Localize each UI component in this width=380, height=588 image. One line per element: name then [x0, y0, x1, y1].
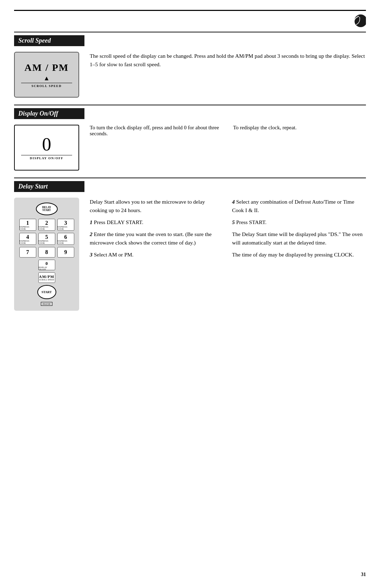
key-2: 2 EXPRESS COOK [38, 219, 55, 231]
display-onoff-header: Display On/Off [14, 108, 84, 119]
delay-start-header-row: Delay Start [14, 181, 366, 192]
corner-leaf-icon [348, 12, 366, 30]
scroll-speed-content: AM / PM ▲ SCROLL SPEED The scroll speed … [14, 46, 366, 105]
keypad-row-2: 4 EXPRESS COOK 5 EXPRESS COOK 6 EXPRESS … [18, 233, 75, 245]
delay-step-2: 2 Enter the time you want the oven to st… [90, 230, 224, 247]
display-onoff-text-right: To redisplay the clock, repeat. [233, 125, 366, 137]
keypad-row-5: AM/PM SCROLL SPEED [18, 272, 75, 283]
key-ampm: AM/PM SCROLL SPEED [38, 272, 55, 283]
key-4: 4 EXPRESS COOK [19, 233, 36, 245]
key-7: 7 [19, 247, 36, 258]
svg-point-0 [354, 14, 366, 27]
pause-label: PAUSE [41, 302, 52, 306]
delay-start-text-content: Delay Start allows you to set the microw… [90, 198, 366, 262]
key-8: 8 [38, 247, 55, 258]
ampm-sub-label: SCROLL SPEED [21, 83, 72, 88]
keypad-row-3: 7 8 9 [18, 247, 75, 258]
keypad-row-1: 1 EXPRESS COOK 2 EXPRESS COOK 3 EXPRESS … [18, 219, 75, 231]
display-onoff-text-cols: To turn the clock display off, press and… [90, 125, 366, 137]
delay-start-content: DELAYSTART 1 EXPRESS COOK 2 EXPRESS COOK… [14, 192, 366, 318]
key-start-round: START [37, 285, 56, 299]
scroll-speed-header: Scroll Speed [14, 35, 84, 46]
display-sub-label: DISPLAY ON/OFF [21, 155, 72, 160]
delay-start-header: Delay Start [14, 181, 84, 192]
delay-step-1: 1 Press DELAY START. [90, 218, 224, 227]
ampm-arrow: ▲ [44, 75, 50, 82]
zero-button-display: 0 DISPLAY ON/OFF [14, 125, 79, 171]
scroll-speed-header-row: Scroll Speed [14, 35, 366, 46]
delay-step-4: 4 Select any combination of Defrost Auto… [232, 198, 366, 215]
display-onoff-text-left: To turn the clock display off, press and… [90, 125, 223, 137]
delay-col-left: Delay Start allows you to set the microw… [90, 198, 224, 262]
display-onoff-section: Display On/Off 0 DISPLAY ON/OFF To turn … [14, 105, 366, 178]
main-content: Scroll Speed AM / PM ▲ SCROLL SPEED The … [14, 32, 366, 574]
key-5: 5 EXPRESS COOK [38, 233, 55, 245]
top-border [14, 10, 366, 11]
delay-start-top-divider [14, 178, 366, 178]
display-onoff-top-divider [14, 105, 366, 105]
delay-start-btn-label: DELAYSTART [42, 206, 51, 212]
display-onoff-header-row: Display On/Off [14, 108, 366, 119]
page-number: 31 [361, 572, 366, 577]
delay-start-round-btn: DELAYSTART [36, 203, 58, 215]
key-6: 6 EXPRESS COOK [57, 233, 74, 245]
delay-intro: Delay Start allows you to set the microw… [90, 198, 224, 215]
key-9: 9 [57, 247, 74, 258]
ampm-main-label: AM / PM [25, 62, 69, 73]
ampm-button-display: AM / PM ▲ SCROLL SPEED [14, 52, 79, 98]
scroll-speed-section: Scroll Speed AM / PM ▲ SCROLL SPEED The … [14, 32, 366, 105]
delay-start-section: Delay Start DELAYSTART 1 EXPRESS COOK 2 [14, 178, 366, 318]
key-3: 3 EXPRESS COOK [57, 219, 74, 231]
delay-note: The Delay Start time will be displayed p… [232, 230, 366, 247]
display-onoff-content: 0 DISPLAY ON/OFF To turn the clock displ… [14, 119, 366, 178]
scroll-speed-top-divider [14, 32, 366, 32]
keypad-row-4: 0 DISPLAY ON/OFF [18, 260, 75, 270]
delay-clock-note: The time of day may be displayed by pres… [232, 250, 366, 259]
delay-step-5: 5 Press START. [232, 218, 366, 227]
delay-step-3: 3 Select AM or PM. [90, 250, 224, 259]
key-0: 0 DISPLAY ON/OFF [38, 260, 55, 270]
delay-start-keypad: DELAYSTART 1 EXPRESS COOK 2 EXPRESS COOK… [14, 198, 79, 311]
zero-label: 0 [42, 135, 51, 154]
scroll-speed-text: The scroll speed of the display can be c… [90, 52, 366, 69]
delay-col-right: 4 Select any combination of Defrost Auto… [232, 198, 366, 262]
key-1: 1 EXPRESS COOK [19, 219, 36, 231]
